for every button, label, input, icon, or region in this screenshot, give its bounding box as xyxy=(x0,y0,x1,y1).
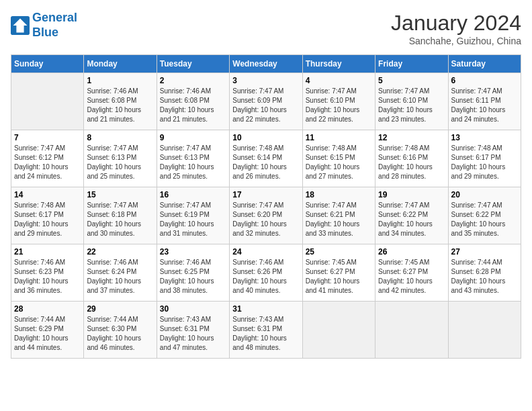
day-number: 8 xyxy=(87,133,153,142)
month-title: January 2024 xyxy=(391,11,521,36)
day-info: Sunrise: 7:46 AMSunset: 6:25 PMDaylight:… xyxy=(160,258,226,295)
day-number: 19 xyxy=(378,190,445,199)
calendar-cell: 21 Sunrise: 7:46 AMSunset: 6:23 PMDaylig… xyxy=(11,244,84,302)
day-info: Sunrise: 7:47 AMSunset: 6:22 PMDaylight:… xyxy=(378,201,445,238)
calendar-cell: 29 Sunrise: 7:44 AMSunset: 6:30 PMDaylig… xyxy=(84,302,157,359)
calendar-cell: 13 Sunrise: 7:48 AMSunset: 6:17 PMDaylig… xyxy=(448,130,521,187)
calendar-cell xyxy=(375,302,448,359)
day-info: Sunrise: 7:47 AMSunset: 6:21 PMDaylight:… xyxy=(306,201,372,238)
calendar-cell: 25 Sunrise: 7:45 AMSunset: 6:27 PMDaylig… xyxy=(302,244,375,302)
calendar-cell: 12 Sunrise: 7:48 AMSunset: 6:16 PMDaylig… xyxy=(375,130,448,187)
day-number: 10 xyxy=(232,133,299,142)
day-number: 12 xyxy=(378,133,445,142)
day-number: 14 xyxy=(14,190,81,199)
day-info: Sunrise: 7:45 AMSunset: 6:27 PMDaylight:… xyxy=(378,258,445,295)
calendar-cell: 5 Sunrise: 7:47 AMSunset: 6:10 PMDayligh… xyxy=(375,73,448,130)
day-number: 23 xyxy=(160,247,226,257)
day-info: Sunrise: 7:47 AMSunset: 6:11 PMDaylight:… xyxy=(451,87,518,124)
calendar-cell: 16 Sunrise: 7:47 AMSunset: 6:19 PMDaylig… xyxy=(157,187,229,244)
day-info: Sunrise: 7:45 AMSunset: 6:27 PMDaylight:… xyxy=(306,258,372,295)
week-row-5: 28 Sunrise: 7:44 AMSunset: 6:29 PMDaylig… xyxy=(11,302,521,359)
day-number: 5 xyxy=(378,76,445,85)
day-info: Sunrise: 7:47 AMSunset: 6:20 PMDaylight:… xyxy=(232,201,299,238)
dow-header-saturday: Saturday xyxy=(448,55,521,73)
calendar-cell: 19 Sunrise: 7:47 AMSunset: 6:22 PMDaylig… xyxy=(375,187,448,244)
day-number: 21 xyxy=(14,247,81,257)
day-info: Sunrise: 7:48 AMSunset: 6:17 PMDaylight:… xyxy=(451,144,518,181)
day-number: 16 xyxy=(160,190,226,199)
day-number: 25 xyxy=(306,247,372,257)
calendar-cell: 10 Sunrise: 7:48 AMSunset: 6:14 PMDaylig… xyxy=(230,130,302,187)
logo-text: General Blue xyxy=(32,11,77,40)
day-number: 9 xyxy=(160,133,226,142)
day-info: Sunrise: 7:47 AMSunset: 6:09 PMDaylight:… xyxy=(232,87,299,124)
calendar-cell: 8 Sunrise: 7:47 AMSunset: 6:13 PMDayligh… xyxy=(84,130,157,187)
days-of-week-row: SundayMondayTuesdayWednesdayThursdayFrid… xyxy=(11,55,521,73)
day-info: Sunrise: 7:46 AMSunset: 6:26 PMDaylight:… xyxy=(232,258,299,295)
day-info: Sunrise: 7:48 AMSunset: 6:15 PMDaylight:… xyxy=(306,144,372,181)
page-header: General Blue January 2024 Sanchahe, Guiz… xyxy=(11,11,521,46)
week-row-3: 14 Sunrise: 7:48 AMSunset: 6:17 PMDaylig… xyxy=(11,187,521,244)
day-number: 30 xyxy=(160,304,226,314)
day-info: Sunrise: 7:48 AMSunset: 6:16 PMDaylight:… xyxy=(378,144,445,181)
day-number: 26 xyxy=(378,247,445,257)
calendar-cell xyxy=(11,73,84,130)
day-number: 18 xyxy=(306,190,372,199)
day-info: Sunrise: 7:47 AMSunset: 6:13 PMDaylight:… xyxy=(160,144,226,181)
day-info: Sunrise: 7:44 AMSunset: 6:28 PMDaylight:… xyxy=(451,258,518,295)
day-info: Sunrise: 7:47 AMSunset: 6:12 PMDaylight:… xyxy=(14,144,81,181)
day-info: Sunrise: 7:44 AMSunset: 6:29 PMDaylight:… xyxy=(14,315,81,353)
title-block: January 2024 Sanchahe, Guizhou, China xyxy=(391,11,521,46)
calendar-cell xyxy=(448,302,521,359)
day-number: 7 xyxy=(14,133,81,142)
day-info: Sunrise: 7:47 AMSunset: 6:18 PMDaylight:… xyxy=(87,201,153,238)
day-number: 27 xyxy=(451,247,518,257)
calendar-cell: 7 Sunrise: 7:47 AMSunset: 6:12 PMDayligh… xyxy=(11,130,84,187)
day-number: 13 xyxy=(451,133,518,142)
day-number: 28 xyxy=(14,304,81,314)
dow-header-tuesday: Tuesday xyxy=(157,55,229,73)
calendar-cell: 23 Sunrise: 7:46 AMSunset: 6:25 PMDaylig… xyxy=(157,244,229,302)
day-number: 22 xyxy=(87,247,153,257)
dow-header-monday: Monday xyxy=(84,55,157,73)
day-number: 4 xyxy=(306,76,372,85)
location-subtitle: Sanchahe, Guizhou, China xyxy=(391,36,521,46)
day-info: Sunrise: 7:46 AMSunset: 6:08 PMDaylight:… xyxy=(160,87,226,124)
day-number: 20 xyxy=(451,190,518,199)
day-number: 24 xyxy=(232,247,299,257)
day-info: Sunrise: 7:48 AMSunset: 6:14 PMDaylight:… xyxy=(232,144,299,181)
day-info: Sunrise: 7:43 AMSunset: 6:31 PMDaylight:… xyxy=(232,315,299,353)
week-row-1: 1 Sunrise: 7:46 AMSunset: 6:08 PMDayligh… xyxy=(11,73,521,130)
week-row-2: 7 Sunrise: 7:47 AMSunset: 6:12 PMDayligh… xyxy=(11,130,521,187)
day-number: 1 xyxy=(87,76,153,85)
day-info: Sunrise: 7:44 AMSunset: 6:30 PMDaylight:… xyxy=(87,315,153,353)
calendar-cell: 31 Sunrise: 7:43 AMSunset: 6:31 PMDaylig… xyxy=(230,302,302,359)
day-info: Sunrise: 7:47 AMSunset: 6:19 PMDaylight:… xyxy=(160,201,226,238)
dow-header-friday: Friday xyxy=(375,55,448,73)
day-info: Sunrise: 7:43 AMSunset: 6:31 PMDaylight:… xyxy=(160,315,226,353)
calendar-cell: 24 Sunrise: 7:46 AMSunset: 6:26 PMDaylig… xyxy=(230,244,302,302)
calendar-cell: 9 Sunrise: 7:47 AMSunset: 6:13 PMDayligh… xyxy=(157,130,229,187)
calendar-cell: 30 Sunrise: 7:43 AMSunset: 6:31 PMDaylig… xyxy=(157,302,229,359)
day-info: Sunrise: 7:46 AMSunset: 6:23 PMDaylight:… xyxy=(14,258,81,295)
calendar-cell: 4 Sunrise: 7:47 AMSunset: 6:10 PMDayligh… xyxy=(302,73,375,130)
calendar-cell: 28 Sunrise: 7:44 AMSunset: 6:29 PMDaylig… xyxy=(11,302,84,359)
logo: General Blue xyxy=(11,11,77,40)
calendar-cell: 15 Sunrise: 7:47 AMSunset: 6:18 PMDaylig… xyxy=(84,187,157,244)
day-number: 15 xyxy=(87,190,153,199)
day-info: Sunrise: 7:47 AMSunset: 6:10 PMDaylight:… xyxy=(306,87,372,124)
logo-icon xyxy=(11,16,30,35)
calendar-table: SundayMondayTuesdayWednesdayThursdayFrid… xyxy=(11,54,521,359)
day-number: 17 xyxy=(232,190,299,199)
calendar-cell: 1 Sunrise: 7:46 AMSunset: 6:08 PMDayligh… xyxy=(84,73,157,130)
day-info: Sunrise: 7:47 AMSunset: 6:10 PMDaylight:… xyxy=(378,87,445,124)
calendar-cell: 20 Sunrise: 7:47 AMSunset: 6:22 PMDaylig… xyxy=(448,187,521,244)
day-info: Sunrise: 7:47 AMSunset: 6:22 PMDaylight:… xyxy=(451,201,518,238)
day-info: Sunrise: 7:47 AMSunset: 6:13 PMDaylight:… xyxy=(87,144,153,181)
calendar-body: 1 Sunrise: 7:46 AMSunset: 6:08 PMDayligh… xyxy=(11,73,521,359)
day-info: Sunrise: 7:48 AMSunset: 6:17 PMDaylight:… xyxy=(14,201,81,238)
calendar-cell: 27 Sunrise: 7:44 AMSunset: 6:28 PMDaylig… xyxy=(448,244,521,302)
calendar-cell: 22 Sunrise: 7:46 AMSunset: 6:24 PMDaylig… xyxy=(84,244,157,302)
day-number: 6 xyxy=(451,76,518,85)
calendar-cell: 6 Sunrise: 7:47 AMSunset: 6:11 PMDayligh… xyxy=(448,73,521,130)
